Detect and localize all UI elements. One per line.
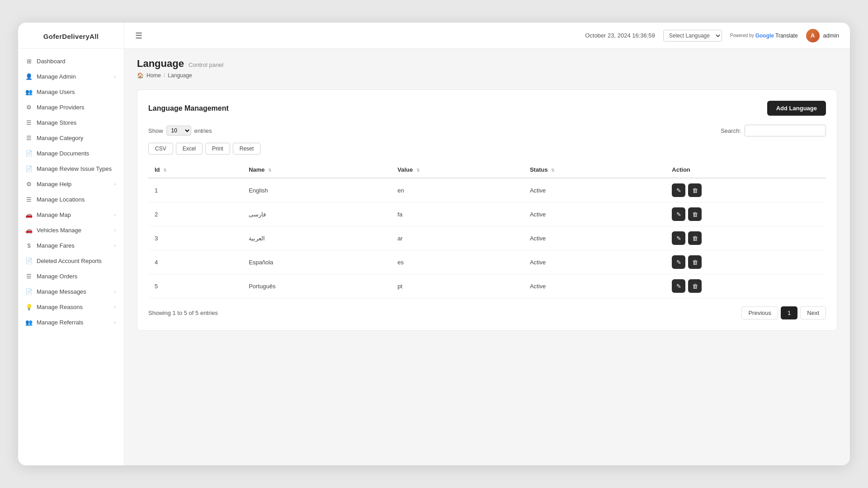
- sidebar-icon-manage-category: ☰: [25, 134, 33, 141]
- col-header-status: Status ⇅: [524, 162, 665, 178]
- sidebar-item-manage-admin[interactable]: 👤 Manage Admin ›: [18, 69, 124, 84]
- sidebar-item-label-manage-referrals: Manage Referrals: [37, 319, 83, 326]
- delete-button-row-5[interactable]: 🗑: [688, 279, 702, 293]
- previous-button[interactable]: Previous: [741, 306, 778, 319]
- cell-value: ar: [391, 226, 524, 250]
- google-text: Google: [755, 33, 774, 39]
- sidebar-item-label-manage-providers: Manage Providers: [37, 104, 85, 111]
- avatar: A: [806, 29, 820, 42]
- export-reset-button[interactable]: Reset: [233, 143, 260, 155]
- sidebar-item-manage-stores[interactable]: ☰ Manage Stores: [18, 115, 124, 130]
- sidebar-item-left-manage-vehicles: 🚗 Vehicles Manage: [25, 226, 81, 234]
- chevron-icon-manage-reasons: ›: [114, 305, 116, 310]
- export-buttons: CSVExcelPrintReset: [148, 143, 826, 155]
- page-title-main: Language: [137, 58, 184, 70]
- delete-button-row-2[interactable]: 🗑: [688, 207, 702, 221]
- chevron-icon-manage-help: ›: [114, 182, 116, 187]
- sidebar-icon-manage-vehicles: 🚗: [25, 226, 33, 234]
- sidebar-item-manage-providers[interactable]: ⚙ Manage Providers: [18, 99, 124, 115]
- chevron-icon-manage-messages: ›: [114, 289, 116, 294]
- hamburger-icon[interactable]: ☰: [135, 31, 142, 41]
- topbar: ☰ October 23, 2024 16:36:59 Select Langu…: [124, 23, 850, 49]
- sidebar-item-dashboard[interactable]: ⊞ Dashboard: [18, 53, 124, 69]
- export-print-button[interactable]: Print: [205, 143, 230, 155]
- page-header: Language Control panel 🏠 Home / Language: [124, 49, 850, 82]
- sidebar-icon-manage-help: ⚙: [25, 180, 33, 188]
- page-title-sub: Control panel: [189, 61, 223, 68]
- sidebar-item-label-manage-orders: Manage Orders: [37, 273, 77, 280]
- cell-name: Española: [242, 250, 391, 274]
- sidebar-item-manage-referrals[interactable]: 👥 Manage Referrals ›: [18, 314, 124, 330]
- sidebar-item-label-manage-documents: Manage Documents: [37, 150, 89, 157]
- table-row: 4 Española es Active ✎ 🗑: [148, 250, 826, 274]
- sidebar-item-left-manage-orders: ☰ Manage Orders: [25, 272, 77, 280]
- sidebar-item-manage-users[interactable]: 👥 Manage Users: [18, 84, 124, 99]
- breadcrumb-current: Language: [168, 72, 192, 79]
- col-header-name: Name ⇅: [242, 162, 391, 178]
- cell-id: 3: [148, 226, 242, 250]
- sort-icon-status[interactable]: ⇅: [551, 168, 555, 173]
- add-language-button[interactable]: Add Language: [767, 101, 826, 116]
- edit-button-row-1[interactable]: ✎: [672, 183, 685, 197]
- show-entries: Show 10 25 50 100 entries: [148, 126, 212, 136]
- cell-value: es: [391, 250, 524, 274]
- sidebar-item-left-manage-messages: 📄 Manage Messages: [25, 288, 86, 295]
- edit-button-row-3[interactable]: ✎: [672, 231, 685, 245]
- topbar-right: October 23, 2024 16:36:59 Select Languag…: [585, 29, 839, 42]
- table-controls: Show 10 25 50 100 entries Search:: [148, 125, 826, 136]
- sidebar-item-manage-vehicles[interactable]: 🚗 Vehicles Manage ›: [18, 222, 124, 238]
- search-box: Search:: [721, 125, 826, 136]
- sort-icon-value[interactable]: ⇅: [416, 168, 420, 173]
- edit-button-row-2[interactable]: ✎: [672, 207, 685, 221]
- breadcrumb-home[interactable]: Home: [146, 72, 161, 79]
- sidebar-icon-deleted-account-reports: 📄: [25, 257, 33, 264]
- sidebar-item-manage-map[interactable]: 🚗 Manage Map ›: [18, 207, 124, 222]
- sidebar-item-label-manage-category: Manage Category: [37, 135, 83, 141]
- sidebar-item-manage-review-issue-types[interactable]: 📄 Manage Review Issue Types: [18, 161, 124, 176]
- delete-button-row-1[interactable]: 🗑: [688, 183, 702, 197]
- delete-button-row-3[interactable]: 🗑: [688, 231, 702, 245]
- delete-button-row-4[interactable]: 🗑: [688, 255, 702, 269]
- sidebar-item-manage-messages[interactable]: 📄 Manage Messages ›: [18, 284, 124, 299]
- sidebar-item-manage-help[interactable]: ⚙ Manage Help ›: [18, 176, 124, 192]
- edit-button-row-5[interactable]: ✎: [672, 279, 685, 293]
- export-excel-button[interactable]: Excel: [176, 143, 203, 155]
- sidebar-icon-manage-documents: 📄: [25, 150, 33, 157]
- edit-button-row-4[interactable]: ✎: [672, 255, 685, 269]
- sidebar-item-manage-orders[interactable]: ☰ Manage Orders: [18, 268, 124, 284]
- next-button[interactable]: Next: [800, 306, 826, 319]
- export-csv-button[interactable]: CSV: [148, 143, 173, 155]
- admin-badge[interactable]: A admin: [806, 29, 839, 42]
- language-select[interactable]: Select Language: [663, 30, 722, 42]
- entries-select[interactable]: 10 25 50 100: [166, 126, 191, 136]
- sidebar-item-label-deleted-account-reports: Deleted Account Reports: [37, 258, 102, 264]
- sort-icon-name[interactable]: ⇅: [268, 168, 272, 173]
- table-footer: Showing 1 to 5 of 5 entries Previous 1 N…: [148, 306, 826, 319]
- sidebar-item-label-manage-reasons: Manage Reasons: [37, 304, 83, 310]
- sidebar-item-label-manage-review-issue-types: Manage Review Issue Types: [37, 165, 112, 172]
- cell-action: ✎ 🗑: [665, 202, 826, 226]
- sidebar-item-deleted-account-reports[interactable]: 📄 Deleted Account Reports: [18, 253, 124, 268]
- sidebar-nav: ⊞ Dashboard 👤 Manage Admin › 👥 Manage Us…: [18, 49, 124, 334]
- cell-action: ✎ 🗑: [665, 178, 826, 202]
- sort-icon-id[interactable]: ⇅: [163, 168, 167, 173]
- sidebar-item-left-manage-documents: 📄 Manage Documents: [25, 150, 89, 157]
- sidebar-item-left-manage-help: ⚙ Manage Help: [25, 180, 71, 188]
- sidebar-icon-manage-admin: 👤: [25, 73, 33, 80]
- sidebar-item-manage-locations[interactable]: ☰ Manage Locations: [18, 192, 124, 207]
- chevron-icon-manage-referrals: ›: [114, 320, 116, 325]
- sidebar-item-manage-reasons[interactable]: 💡 Manage Reasons ›: [18, 299, 124, 314]
- sidebar-icon-manage-review-issue-types: 📄: [25, 165, 33, 172]
- cell-action: ✎ 🗑: [665, 250, 826, 274]
- page-1-button[interactable]: 1: [781, 306, 797, 319]
- sidebar-item-manage-documents[interactable]: 📄 Manage Documents: [18, 145, 124, 161]
- search-input[interactable]: [745, 125, 826, 136]
- sidebar-item-manage-fares[interactable]: $ Manage Fares ›: [18, 238, 124, 253]
- main-content: ☰ October 23, 2024 16:36:59 Select Langu…: [124, 23, 850, 465]
- cell-id: 1: [148, 178, 242, 202]
- chevron-icon-manage-admin: ›: [114, 74, 116, 79]
- sidebar-item-left-manage-referrals: 👥 Manage Referrals: [25, 319, 83, 326]
- home-icon: 🏠: [137, 72, 144, 79]
- search-label: Search:: [721, 127, 741, 134]
- sidebar-item-manage-category[interactable]: ☰ Manage Category: [18, 130, 124, 145]
